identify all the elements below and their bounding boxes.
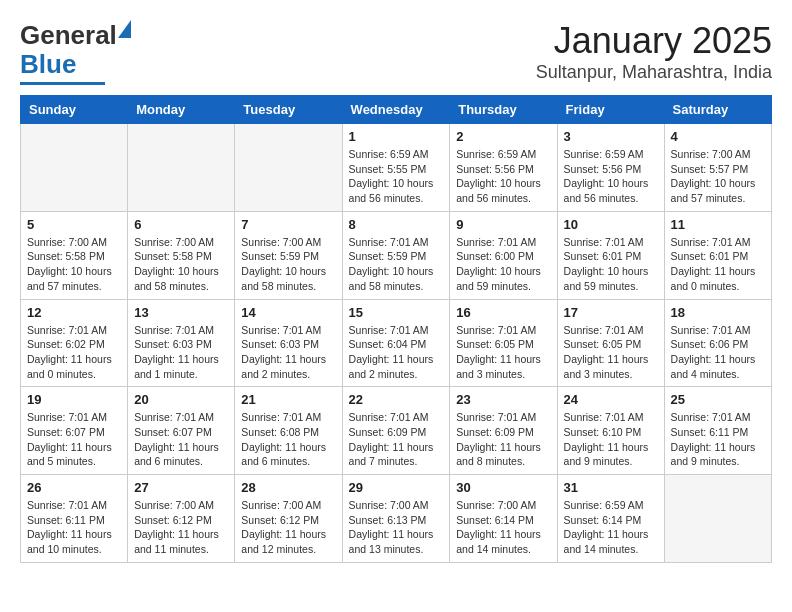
calendar-cell: 7Sunrise: 7:00 AMSunset: 5:59 PMDaylight… bbox=[235, 211, 342, 299]
calendar-cell: 28Sunrise: 7:00 AMSunset: 6:12 PMDayligh… bbox=[235, 475, 342, 563]
day-info: Sunrise: 7:00 AMSunset: 5:58 PMDaylight:… bbox=[134, 235, 228, 294]
column-header-monday: Monday bbox=[128, 96, 235, 124]
calendar-cell: 13Sunrise: 7:01 AMSunset: 6:03 PMDayligh… bbox=[128, 299, 235, 387]
column-header-friday: Friday bbox=[557, 96, 664, 124]
column-header-wednesday: Wednesday bbox=[342, 96, 450, 124]
day-info: Sunrise: 7:00 AMSunset: 5:58 PMDaylight:… bbox=[27, 235, 121, 294]
calendar-cell: 16Sunrise: 7:01 AMSunset: 6:05 PMDayligh… bbox=[450, 299, 557, 387]
day-info: Sunrise: 7:01 AMSunset: 6:08 PMDaylight:… bbox=[241, 410, 335, 469]
day-number: 3 bbox=[564, 129, 658, 144]
day-number: 28 bbox=[241, 480, 335, 495]
calendar-header-row: SundayMondayTuesdayWednesdayThursdayFrid… bbox=[21, 96, 772, 124]
column-header-sunday: Sunday bbox=[21, 96, 128, 124]
day-number: 4 bbox=[671, 129, 765, 144]
day-number: 10 bbox=[564, 217, 658, 232]
day-number: 6 bbox=[134, 217, 228, 232]
calendar-cell: 22Sunrise: 7:01 AMSunset: 6:09 PMDayligh… bbox=[342, 387, 450, 475]
calendar-cell: 27Sunrise: 7:00 AMSunset: 6:12 PMDayligh… bbox=[128, 475, 235, 563]
day-info: Sunrise: 7:01 AMSunset: 6:11 PMDaylight:… bbox=[27, 498, 121, 557]
calendar-title: January 2025 bbox=[536, 20, 772, 62]
day-number: 13 bbox=[134, 305, 228, 320]
calendar-cell: 1Sunrise: 6:59 AMSunset: 5:55 PMDaylight… bbox=[342, 124, 450, 212]
calendar-cell: 11Sunrise: 7:01 AMSunset: 6:01 PMDayligh… bbox=[664, 211, 771, 299]
day-number: 8 bbox=[349, 217, 444, 232]
calendar-cell: 19Sunrise: 7:01 AMSunset: 6:07 PMDayligh… bbox=[21, 387, 128, 475]
calendar-cell: 4Sunrise: 7:00 AMSunset: 5:57 PMDaylight… bbox=[664, 124, 771, 212]
calendar-cell: 25Sunrise: 7:01 AMSunset: 6:11 PMDayligh… bbox=[664, 387, 771, 475]
calendar-cell: 9Sunrise: 7:01 AMSunset: 6:00 PMDaylight… bbox=[450, 211, 557, 299]
day-number: 25 bbox=[671, 392, 765, 407]
logo: General Blue bbox=[20, 20, 117, 85]
day-info: Sunrise: 6:59 AMSunset: 5:56 PMDaylight:… bbox=[564, 147, 658, 206]
calendar-cell: 12Sunrise: 7:01 AMSunset: 6:02 PMDayligh… bbox=[21, 299, 128, 387]
day-info: Sunrise: 7:00 AMSunset: 6:12 PMDaylight:… bbox=[134, 498, 228, 557]
calendar-cell: 23Sunrise: 7:01 AMSunset: 6:09 PMDayligh… bbox=[450, 387, 557, 475]
day-info: Sunrise: 7:01 AMSunset: 6:09 PMDaylight:… bbox=[349, 410, 444, 469]
calendar-cell: 21Sunrise: 7:01 AMSunset: 6:08 PMDayligh… bbox=[235, 387, 342, 475]
day-number: 21 bbox=[241, 392, 335, 407]
day-info: Sunrise: 7:00 AMSunset: 6:14 PMDaylight:… bbox=[456, 498, 550, 557]
calendar-cell: 18Sunrise: 7:01 AMSunset: 6:06 PMDayligh… bbox=[664, 299, 771, 387]
day-number: 17 bbox=[564, 305, 658, 320]
calendar-week-4: 19Sunrise: 7:01 AMSunset: 6:07 PMDayligh… bbox=[21, 387, 772, 475]
logo-general: General bbox=[20, 20, 117, 50]
column-header-thursday: Thursday bbox=[450, 96, 557, 124]
calendar-cell: 30Sunrise: 7:00 AMSunset: 6:14 PMDayligh… bbox=[450, 475, 557, 563]
day-info: Sunrise: 7:00 AMSunset: 6:13 PMDaylight:… bbox=[349, 498, 444, 557]
calendar-title-block: January 2025 Sultanpur, Maharashtra, Ind… bbox=[536, 20, 772, 83]
day-number: 26 bbox=[27, 480, 121, 495]
day-info: Sunrise: 7:01 AMSunset: 6:03 PMDaylight:… bbox=[134, 323, 228, 382]
day-info: Sunrise: 6:59 AMSunset: 5:56 PMDaylight:… bbox=[456, 147, 550, 206]
day-info: Sunrise: 6:59 AMSunset: 6:14 PMDaylight:… bbox=[564, 498, 658, 557]
day-number: 30 bbox=[456, 480, 550, 495]
calendar-cell: 20Sunrise: 7:01 AMSunset: 6:07 PMDayligh… bbox=[128, 387, 235, 475]
logo-blue: Blue bbox=[20, 49, 76, 79]
day-info: Sunrise: 7:00 AMSunset: 5:59 PMDaylight:… bbox=[241, 235, 335, 294]
column-header-saturday: Saturday bbox=[664, 96, 771, 124]
calendar-subtitle: Sultanpur, Maharashtra, India bbox=[536, 62, 772, 83]
day-info: Sunrise: 7:01 AMSunset: 6:06 PMDaylight:… bbox=[671, 323, 765, 382]
day-number: 16 bbox=[456, 305, 550, 320]
calendar-week-3: 12Sunrise: 7:01 AMSunset: 6:02 PMDayligh… bbox=[21, 299, 772, 387]
day-number: 7 bbox=[241, 217, 335, 232]
page-header: General Blue January 2025 Sultanpur, Mah… bbox=[20, 20, 772, 85]
day-number: 11 bbox=[671, 217, 765, 232]
day-number: 29 bbox=[349, 480, 444, 495]
calendar-cell bbox=[21, 124, 128, 212]
day-info: Sunrise: 7:01 AMSunset: 6:01 PMDaylight:… bbox=[564, 235, 658, 294]
calendar-cell: 31Sunrise: 6:59 AMSunset: 6:14 PMDayligh… bbox=[557, 475, 664, 563]
day-info: Sunrise: 7:00 AMSunset: 6:12 PMDaylight:… bbox=[241, 498, 335, 557]
day-number: 2 bbox=[456, 129, 550, 144]
calendar-cell bbox=[664, 475, 771, 563]
calendar-cell: 2Sunrise: 6:59 AMSunset: 5:56 PMDaylight… bbox=[450, 124, 557, 212]
day-info: Sunrise: 6:59 AMSunset: 5:55 PMDaylight:… bbox=[349, 147, 444, 206]
day-info: Sunrise: 7:01 AMSunset: 6:02 PMDaylight:… bbox=[27, 323, 121, 382]
day-info: Sunrise: 7:01 AMSunset: 6:11 PMDaylight:… bbox=[671, 410, 765, 469]
day-number: 18 bbox=[671, 305, 765, 320]
day-number: 5 bbox=[27, 217, 121, 232]
day-number: 20 bbox=[134, 392, 228, 407]
day-number: 9 bbox=[456, 217, 550, 232]
calendar-table: SundayMondayTuesdayWednesdayThursdayFrid… bbox=[20, 95, 772, 563]
day-info: Sunrise: 7:01 AMSunset: 6:05 PMDaylight:… bbox=[456, 323, 550, 382]
day-number: 22 bbox=[349, 392, 444, 407]
day-info: Sunrise: 7:00 AMSunset: 5:57 PMDaylight:… bbox=[671, 147, 765, 206]
column-header-tuesday: Tuesday bbox=[235, 96, 342, 124]
day-info: Sunrise: 7:01 AMSunset: 6:03 PMDaylight:… bbox=[241, 323, 335, 382]
calendar-cell: 24Sunrise: 7:01 AMSunset: 6:10 PMDayligh… bbox=[557, 387, 664, 475]
day-info: Sunrise: 7:01 AMSunset: 6:00 PMDaylight:… bbox=[456, 235, 550, 294]
calendar-cell: 3Sunrise: 6:59 AMSunset: 5:56 PMDaylight… bbox=[557, 124, 664, 212]
day-number: 12 bbox=[27, 305, 121, 320]
day-number: 14 bbox=[241, 305, 335, 320]
calendar-cell: 15Sunrise: 7:01 AMSunset: 6:04 PMDayligh… bbox=[342, 299, 450, 387]
calendar-week-5: 26Sunrise: 7:01 AMSunset: 6:11 PMDayligh… bbox=[21, 475, 772, 563]
day-info: Sunrise: 7:01 AMSunset: 6:04 PMDaylight:… bbox=[349, 323, 444, 382]
calendar-cell: 5Sunrise: 7:00 AMSunset: 5:58 PMDaylight… bbox=[21, 211, 128, 299]
logo-underline bbox=[20, 82, 105, 85]
day-number: 23 bbox=[456, 392, 550, 407]
calendar-cell: 26Sunrise: 7:01 AMSunset: 6:11 PMDayligh… bbox=[21, 475, 128, 563]
calendar-week-2: 5Sunrise: 7:00 AMSunset: 5:58 PMDaylight… bbox=[21, 211, 772, 299]
day-info: Sunrise: 7:01 AMSunset: 6:05 PMDaylight:… bbox=[564, 323, 658, 382]
calendar-cell: 10Sunrise: 7:01 AMSunset: 6:01 PMDayligh… bbox=[557, 211, 664, 299]
day-number: 1 bbox=[349, 129, 444, 144]
